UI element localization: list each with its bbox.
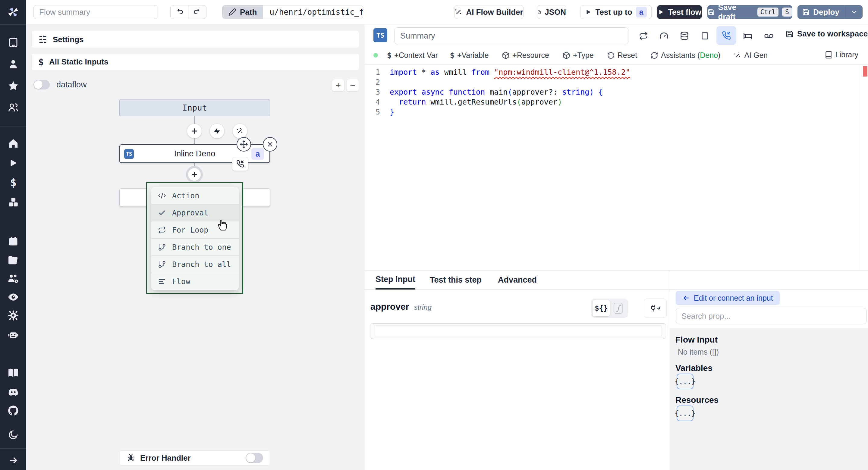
wand-sparkles-icon <box>734 52 741 59</box>
flow-settings-row[interactable]: Settings <box>31 31 359 48</box>
inline-deno-node[interactable]: TS Inline Deno a <box>119 144 270 163</box>
windmill-logo-icon[interactable] <box>7 5 20 19</box>
ai-suggest-button[interactable] <box>233 124 247 138</box>
zoom-out-button[interactable]: − <box>346 79 359 92</box>
menu-item-flow[interactable]: Flow <box>151 273 239 290</box>
cache-database-icon[interactable] <box>678 30 690 42</box>
undo-button[interactable] <box>170 5 188 19</box>
tab-step-input[interactable]: Step Input <box>375 271 415 289</box>
redo-button[interactable] <box>188 5 207 19</box>
field-name: approver <box>370 302 409 312</box>
menu-item-action[interactable]: Action <box>151 187 239 204</box>
assistants-button[interactable]: Assistants (Deno) <box>650 51 720 60</box>
home-icon[interactable] <box>7 137 20 150</box>
deploy-button[interactable]: Deploy <box>798 5 863 19</box>
folders-icon[interactable] <box>7 253 20 267</box>
props-sections: Flow Input No items ([]) Variables {...}… <box>670 328 868 470</box>
sidebar: $ <box>0 0 26 470</box>
dark-mode-moon-icon[interactable] <box>7 428 20 441</box>
save-to-workspace-button[interactable]: Save to workspace <box>786 29 868 38</box>
test-flow-button[interactable]: Test flow <box>657 5 702 19</box>
editor-toolbar: $+Context Var $+Variable +Resource +Type… <box>364 46 868 65</box>
json-button[interactable]: JSON <box>537 5 566 19</box>
audit-eye-icon[interactable] <box>7 290 20 304</box>
test-up-to-button[interactable]: Test up to a <box>580 5 652 19</box>
user-icon[interactable] <box>7 58 20 71</box>
error-handler-toggle[interactable] <box>246 453 263 463</box>
path-value: u/henri/optimistic_flow <box>263 5 363 19</box>
plus-icon <box>191 171 198 178</box>
github-icon[interactable] <box>7 404 20 417</box>
kbd-ctrl: Ctrl <box>757 7 779 17</box>
shared-dir-voicemail-icon[interactable] <box>763 30 775 42</box>
ai-flow-builder-button[interactable]: AI Flow Builder <box>454 5 524 19</box>
chevron-down-icon[interactable] <box>850 8 858 15</box>
mock-square-icon[interactable] <box>699 30 711 42</box>
path-button[interactable]: Path <box>222 5 263 19</box>
settings-gear-icon[interactable] <box>7 309 20 322</box>
discord-icon[interactable] <box>7 385 20 399</box>
template-mode-button[interactable]: ${} <box>592 300 610 316</box>
error-handler-row[interactable]: Error Handler <box>119 450 270 466</box>
edit-or-connect-button[interactable]: Edit or connect an input <box>676 291 780 305</box>
step-summary-input[interactable] <box>395 27 628 44</box>
flow-input-empty: No items ([]) <box>678 348 719 356</box>
approver-input[interactable] <box>370 323 666 339</box>
docs-book-icon[interactable] <box>7 366 20 380</box>
menu-item-branch-to-all[interactable]: Branch to all <box>151 256 239 273</box>
code-icon <box>158 192 166 200</box>
add-variable-button[interactable]: $+Variable <box>450 51 489 60</box>
zoom-in-button[interactable]: + <box>332 79 344 92</box>
resources-object-chip[interactable]: {...} <box>677 406 693 421</box>
users-icon[interactable] <box>7 101 20 114</box>
library-button[interactable]: Library <box>825 50 858 59</box>
variables-heading: Variables <box>675 363 712 373</box>
play-icon <box>585 9 592 15</box>
typescript-badge: TS <box>373 28 387 42</box>
suspend-approval-toggle[interactable] <box>716 26 736 45</box>
workspace-building-icon[interactable] <box>7 36 20 49</box>
ai-gen-button[interactable]: AI Gen <box>734 51 768 60</box>
reset-button[interactable]: Reset <box>607 51 637 60</box>
search-prop-input[interactable] <box>676 308 867 324</box>
move-icon <box>240 140 248 149</box>
add-type-button[interactable]: +Type <box>562 51 594 60</box>
add-step-button[interactable] <box>186 166 203 183</box>
insert-step-button[interactable] <box>187 124 202 138</box>
path-control[interactable]: Path u/henri/optimistic_flow <box>222 5 363 19</box>
dataflow-toggle[interactable] <box>33 80 50 90</box>
arrow-left-icon <box>682 294 690 302</box>
function-mode-button[interactable]: ƒ <box>610 303 626 314</box>
star-icon[interactable] <box>7 79 20 93</box>
add-context-var-button[interactable]: $+Context Var <box>387 51 438 60</box>
input-node[interactable]: Input <box>119 99 270 116</box>
runs-play-icon[interactable] <box>7 156 20 169</box>
bug-icon <box>126 453 135 463</box>
schedules-calendar-icon[interactable] <box>7 235 20 248</box>
menu-item-branch-to-one[interactable]: Branch to one <box>151 239 239 256</box>
save-draft-button[interactable]: Save draft Ctrl S <box>707 5 792 19</box>
groups-gear-icon[interactable] <box>7 272 20 285</box>
add-resource-button[interactable]: +Resource <box>502 51 549 60</box>
trigger-button[interactable] <box>210 124 224 138</box>
tab-advanced[interactable]: Advanced <box>498 271 537 289</box>
expand-arrow-icon[interactable] <box>7 454 20 467</box>
tab-test-this-step[interactable]: Test this step <box>430 271 482 289</box>
sleep-bed-icon[interactable] <box>742 30 754 42</box>
field-type: string <box>414 303 432 311</box>
move-node-handle[interactable] <box>237 137 251 152</box>
all-static-inputs-row[interactable]: $ All Static Inputs <box>31 53 359 70</box>
dollar-icon: $ <box>38 57 44 67</box>
variables-dollar-icon[interactable]: $ <box>7 176 20 189</box>
variables-object-chip[interactable]: {...} <box>677 374 693 389</box>
workers-robot-icon[interactable] <box>7 328 20 341</box>
editor-scrollbar-line <box>859 65 859 270</box>
retries-icon[interactable] <box>638 30 650 42</box>
connect-input-button[interactable] <box>644 299 667 318</box>
plug-arrow-icon <box>650 304 661 312</box>
resources-cubes-icon[interactable] <box>7 195 20 209</box>
code-editor[interactable]: 1import * as wmill from "npm:windmill-cl… <box>364 65 868 270</box>
flow-summary-input[interactable] <box>33 5 158 19</box>
delete-node-button[interactable] <box>263 137 277 152</box>
early-stop-gauge-icon[interactable] <box>658 30 670 42</box>
